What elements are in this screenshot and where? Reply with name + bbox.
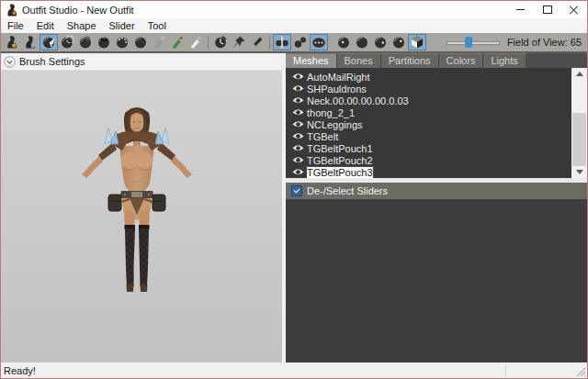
deselect-sliders-row[interactable]: De-/Select Sliders [286, 183, 587, 199]
mask-visibility-icon[interactable] [390, 34, 408, 50]
alpha-brush-icon[interactable] [187, 34, 205, 50]
menu-tool[interactable]: Tool [141, 18, 173, 33]
mirror-x-icon[interactable] [273, 34, 291, 50]
outfit-studio-window: Outfit Studio - New Outfit FileEditShape… [0, 0, 588, 379]
toolbar-separator [208, 36, 209, 50]
move-brush-icon[interactable] [131, 34, 150, 50]
mesh-row-AutoMailRight[interactable]: AutoMailRight [286, 71, 571, 83]
eye-visible-icon[interactable] [292, 72, 304, 81]
scrollbar-thumb[interactable] [572, 113, 586, 166]
eye-visible-icon[interactable] [292, 132, 304, 140]
statusbar: Ready! [1, 362, 587, 378]
eye-visible-icon[interactable] [292, 96, 304, 105]
menu-slider[interactable]: Slider [103, 18, 141, 33]
collapse-chevron-icon[interactable] [4, 56, 16, 68]
mesh-row-SHPauldrons[interactable]: SHPauldrons [286, 83, 571, 95]
mask-brush-icon[interactable] [58, 34, 76, 50]
mesh-row-TGBeltPouch2[interactable]: TGBeltPouch2 [286, 154, 571, 166]
close-icon [570, 6, 578, 14]
deflate-brush-icon[interactable] [95, 34, 113, 50]
scroll-up-button[interactable] [571, 68, 587, 80]
smooth-brush-icon[interactable] [113, 34, 131, 50]
maximize-button[interactable] [534, 1, 560, 18]
app-icon [6, 4, 17, 17]
fov-label: Field of View: 65 [507, 37, 582, 48]
viewport-3d[interactable] [1, 71, 282, 362]
titlebar[interactable]: Outfit Studio - New Outfit [1, 1, 587, 18]
menu-shape[interactable]: Shape [61, 18, 103, 33]
wireframe-toggle-icon[interactable] [334, 34, 353, 50]
scroll-down-button[interactable] [571, 166, 587, 178]
mesh-label[interactable]: NCLeggings [307, 119, 363, 130]
fov-slider-track[interactable] [447, 41, 500, 45]
pivot-tool-icon[interactable] [230, 34, 248, 50]
collision-toggle-icon[interactable] [310, 34, 328, 50]
sliders-panel[interactable] [286, 199, 587, 362]
eye-visible-icon[interactable] [292, 168, 304, 176]
deselect-sliders-label: De-/Select Sliders [307, 185, 388, 196]
arrow-down-icon [576, 170, 583, 174]
tab-colors[interactable]: Colors [439, 53, 484, 68]
tab-lights[interactable]: Lights [483, 53, 526, 68]
toolbar-separator [269, 36, 270, 50]
minimize-button[interactable] [507, 1, 534, 18]
mesh-row-TGBeltPouch3[interactable]: TGBeltPouch3 [286, 166, 571, 178]
load-project-icon[interactable] [3, 34, 21, 50]
maximize-icon [543, 6, 552, 14]
mesh-row-Neck.00.00.00.00.0.03[interactable]: Neck.00.00.00.00.0.03 [286, 95, 571, 106]
deselect-sliders-checkbox[interactable] [291, 185, 302, 196]
mesh-label[interactable]: Neck.00.00.00.00.0.03 [307, 95, 409, 106]
mesh-row-TGBelt[interactable]: TGBelt [286, 130, 571, 142]
mesh-row-NCLeggings[interactable]: NCLeggings [286, 118, 571, 130]
eye-visible-icon[interactable] [292, 108, 304, 117]
eye-visible-icon[interactable] [292, 120, 304, 128]
menu-file[interactable]: File [1, 18, 30, 33]
mesh-list: AutoMailRightSHPauldronsNeck.00.00.00.00… [286, 68, 571, 178]
weight-brush-icon[interactable] [150, 34, 168, 50]
select-tool-icon[interactable] [40, 34, 58, 50]
inflate-brush-icon[interactable] [76, 34, 95, 50]
menubar: FileEditShapeSliderTool [1, 18, 587, 33]
mesh-label[interactable]: AutoMailRight [307, 72, 369, 83]
mesh-row-thong_2_1[interactable]: thong_2_1 [286, 106, 571, 118]
mesh-label[interactable]: TGBeltPouch2 [307, 155, 373, 166]
load-reference-icon[interactable] [21, 34, 40, 50]
mesh-label[interactable]: SHPauldrons [307, 84, 367, 95]
minimize-icon [516, 9, 525, 10]
brush-settings-label: Brush Settings [19, 56, 85, 67]
mesh-row-TGBeltPouch1[interactable]: TGBeltPouch1 [286, 142, 571, 154]
fov-slider[interactable] [447, 36, 500, 49]
fov-slider-thumb[interactable] [465, 37, 472, 48]
perspective-toggle-icon[interactable] [408, 34, 426, 50]
menu-edit[interactable]: Edit [30, 18, 61, 33]
brush-settings-header[interactable]: Brush Settings [1, 53, 282, 71]
close-button[interactable] [560, 1, 587, 18]
character-model [82, 104, 192, 307]
tab-partitions[interactable]: Partitions [381, 53, 439, 68]
mesh-list-scrollbar[interactable] [571, 68, 587, 178]
statusbar-divider [505, 364, 506, 376]
eye-visible-icon[interactable] [292, 144, 304, 152]
resize-grip[interactable] [576, 367, 586, 377]
eye-visible-icon[interactable] [292, 156, 304, 164]
transform-tool-icon[interactable] [211, 34, 230, 50]
texture-toggle-icon[interactable] [371, 34, 390, 50]
tab-meshes[interactable]: Meshes [286, 53, 337, 68]
connected-brush-icon[interactable] [291, 34, 310, 50]
color-brush-icon[interactable] [168, 34, 187, 50]
toolbar: Field of View: 65 [1, 33, 587, 53]
mesh-label[interactable]: TGBeltPouch1 [307, 143, 373, 154]
mesh-list-panel: AutoMailRightSHPauldronsNeck.00.00.00.00… [286, 68, 587, 178]
mesh-label[interactable]: TGBeltPouch3 [307, 167, 373, 178]
window-title: Outfit Studio - New Outfit [22, 5, 134, 16]
status-text: Ready! [1, 365, 36, 376]
mesh-label[interactable]: thong_2_1 [307, 107, 355, 118]
tab-bones[interactable]: Bones [337, 53, 381, 68]
arrow-up-icon [576, 72, 583, 76]
lighting-toggle-icon[interactable] [353, 34, 371, 50]
vertex-edit-icon[interactable] [248, 34, 266, 50]
right-panel-tabs: MeshesBonesPartitionsColorsLights [286, 53, 587, 68]
mesh-label[interactable]: TGBelt [307, 131, 338, 142]
eye-visible-icon[interactable] [292, 84, 304, 93]
